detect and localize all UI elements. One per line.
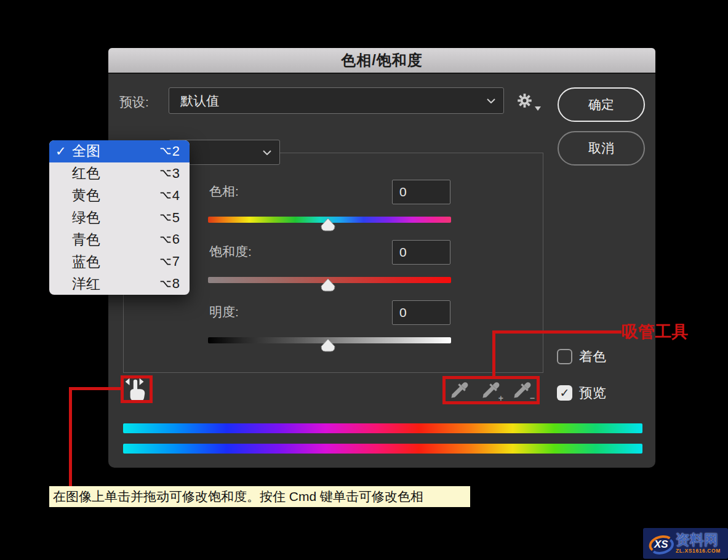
checkmark-icon: ✓: [55, 144, 72, 159]
hue-value-input[interactable]: 0: [392, 180, 450, 204]
chevron-down-icon: [263, 150, 271, 155]
saturation-label: 饱和度:: [209, 243, 252, 260]
hue-label: 色相:: [209, 183, 239, 200]
menu-item-master[interactable]: ✓ 全图 2: [49, 140, 190, 162]
eyedropper-annotation-label: 吸管工具: [622, 321, 688, 343]
option-key-icon: [160, 191, 171, 199]
preset-label: 预设:: [119, 94, 149, 111]
option-key-icon: [160, 258, 171, 266]
gear-menu-button[interactable]: [516, 92, 541, 112]
eyedropper-annotation-line-horizontal: [492, 330, 622, 334]
menu-item-greens[interactable]: 绿色 5: [49, 207, 190, 229]
preview-label: 预览: [579, 384, 606, 402]
lightness-slider-thumb[interactable]: [320, 338, 336, 352]
watermark-site-name: 资料网: [676, 533, 721, 547]
watermark: XS 资料网 ZL.XS1616.COM: [643, 528, 728, 559]
lightness-label: 明度:: [209, 303, 239, 321]
menu-item-blues[interactable]: 蓝色 7: [49, 250, 190, 273]
option-key-icon: [160, 214, 171, 222]
hand-annotation-box: [121, 375, 153, 403]
output-spectrum-bar: [123, 444, 642, 454]
screenshot-canvas: 色相/饱和度 预设: 默认值 确定 取消: [0, 0, 728, 560]
eyedropper-annotation-line-vertical: [492, 330, 495, 377]
channel-popup-menu: ✓ 全图 2 红色 3 黄色 4 绿色 5 青色 6 蓝色 7: [49, 140, 190, 295]
watermark-logo-icon: XS: [646, 530, 674, 556]
preview-checkbox[interactable]: ✓: [557, 385, 572, 401]
ok-button[interactable]: 确定: [558, 87, 645, 122]
preset-dropdown[interactable]: 默认值: [169, 87, 504, 114]
hand-annotation-line-vertical: [69, 387, 72, 487]
hand-annotation-line-horizontal: [69, 387, 123, 390]
watermark-logo-text: XS: [654, 538, 668, 550]
annotation-note: 在图像上单击并拖动可修改饱和度。按住 Cmd 键单击可修改色相: [49, 486, 470, 507]
menu-item-reds[interactable]: 红色 3: [49, 162, 190, 185]
input-spectrum-bar: [123, 423, 642, 433]
gear-icon: [516, 92, 533, 109]
dialog-title: 色相/饱和度: [341, 50, 423, 70]
option-key-icon: [160, 236, 171, 244]
cancel-button[interactable]: 取消: [558, 131, 645, 166]
chevron-down-icon: [487, 98, 495, 103]
caret-down-icon: [535, 106, 541, 111]
menu-item-yellows[interactable]: 黄色 4: [49, 185, 190, 207]
watermark-url: ZL.XS1616.COM: [676, 548, 721, 554]
option-key-icon: [160, 147, 171, 155]
option-key-icon: [160, 280, 171, 288]
lightness-value-input[interactable]: 0: [392, 300, 450, 325]
colorize-label: 着色: [579, 348, 606, 366]
hue-saturation-dialog: 色相/饱和度 预设: 默认值 确定 取消: [108, 48, 655, 468]
menu-item-cyans[interactable]: 青色 6: [49, 228, 190, 250]
eyedropper-annotation-box: [442, 376, 540, 404]
saturation-value-input[interactable]: 0: [392, 240, 450, 265]
hue-slider-thumb[interactable]: [320, 218, 336, 231]
menu-item-magentas[interactable]: 洋红 8: [49, 273, 190, 295]
saturation-slider-thumb[interactable]: [320, 278, 336, 292]
option-key-icon: [160, 169, 171, 177]
preset-value: 默认值: [180, 92, 219, 110]
checkmark-icon: ✓: [560, 386, 570, 400]
colorize-checkbox[interactable]: [557, 349, 572, 364]
dialog-titlebar[interactable]: 色相/饱和度: [108, 48, 655, 74]
